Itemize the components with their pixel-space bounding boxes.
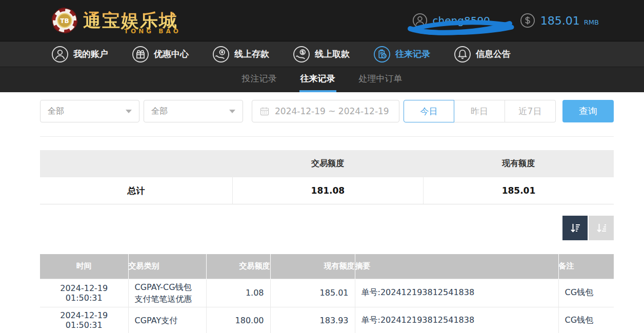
summary-header-balance: 现有额度 bbox=[423, 158, 614, 169]
summary-header-row: 交易额度 现有额度 bbox=[40, 150, 614, 177]
cell-summary: 单号:202412193812541838 bbox=[355, 279, 558, 307]
withdrawal-icon bbox=[293, 46, 310, 63]
section-divider bbox=[40, 136, 614, 137]
deposit-icon bbox=[212, 46, 230, 63]
account-icon bbox=[51, 46, 69, 63]
chevron-down-icon bbox=[126, 110, 132, 113]
main-navigation: 我的账户 优惠中心 线上存款 线上取款 bbox=[0, 41, 644, 67]
transactions-table: 时间 交易类别 交易额度 现有额度 摘要 备注 2024-12-19 01:50… bbox=[40, 254, 614, 333]
header-summary: 摘要 bbox=[355, 254, 558, 279]
summary-total-transaction: 181.08 bbox=[232, 177, 423, 204]
chevron-down-icon bbox=[229, 110, 235, 113]
summary-total-balance: 185.01 bbox=[423, 177, 614, 204]
cell-type: CGPAY-CG钱包支付笔笔送优惠 bbox=[128, 279, 206, 307]
last7days-button[interactable]: 近7日 bbox=[505, 100, 556, 122]
records-icon bbox=[373, 46, 391, 63]
date-range-input[interactable]: 2024-12-19 ~ 2024-12-19 bbox=[252, 100, 399, 122]
nav-item-online-deposit[interactable]: 线上存款 bbox=[212, 46, 269, 63]
cell-amount: 1.08 bbox=[206, 279, 270, 307]
sort-controls bbox=[40, 216, 614, 240]
top-header-bar: TB 通宝娱乐城 TONG BAO cheng8590 bbox=[0, 0, 644, 41]
username-text: cheng8590 bbox=[433, 14, 490, 27]
nav-item-promotions[interactable]: 优惠中心 bbox=[132, 46, 189, 63]
record-tabs: 投注记录 往来记录 处理中订单 bbox=[0, 67, 644, 92]
table-row: 2024-12-19 01:50:31 CGPAY支付 180.00 183.9… bbox=[40, 307, 614, 333]
gift-icon bbox=[132, 46, 149, 63]
search-button[interactable]: 查询 bbox=[562, 100, 614, 122]
balance-amount: 185.01 bbox=[540, 14, 580, 27]
cell-note: CG钱包 bbox=[558, 279, 614, 307]
user-avatar-icon bbox=[412, 13, 428, 28]
svg-text:TB: TB bbox=[60, 17, 69, 25]
filter-row: 全部 全部 2024-12-19 ~ 2024-12-19 今日 昨日 近7日 … bbox=[40, 100, 614, 122]
nav-item-transaction-records[interactable]: 往来记录 bbox=[373, 46, 430, 63]
quick-date-group: 今日 昨日 近7日 bbox=[404, 100, 556, 122]
header-amount: 交易额度 bbox=[206, 254, 270, 279]
site-subtitle: TONG BAO bbox=[124, 28, 181, 35]
user-account-block[interactable]: cheng8590 bbox=[412, 13, 490, 28]
cell-note: CG钱包 bbox=[558, 307, 614, 333]
nav-item-my-account[interactable]: 我的账户 bbox=[51, 46, 108, 63]
table-row: 2024-12-19 01:50:31 CGPAY-CG钱包支付笔笔送优惠 1.… bbox=[40, 279, 614, 307]
sort-ascending-icon bbox=[595, 222, 608, 234]
tab-processing-orders[interactable]: 处理中订单 bbox=[358, 67, 404, 92]
cell-time: 2024-12-19 01:50:31 bbox=[40, 279, 128, 307]
cell-time: 2024-12-19 01:50:31 bbox=[40, 307, 128, 333]
cell-summary: 单号:202412193812541838 bbox=[355, 307, 558, 333]
sort-descending-icon bbox=[569, 222, 581, 234]
cell-balance: 185.01 bbox=[270, 279, 355, 307]
type-select[interactable]: 全部 bbox=[40, 100, 139, 122]
category-select[interactable]: 全部 bbox=[144, 100, 243, 122]
today-button[interactable]: 今日 bbox=[404, 100, 454, 122]
poker-chip-logo-icon: TB bbox=[51, 7, 78, 34]
balance-currency: RMB bbox=[584, 15, 599, 26]
content-area: 全部 全部 2024-12-19 ~ 2024-12-19 今日 昨日 近7日 … bbox=[40, 100, 614, 333]
summary-total-row: 总计 181.08 185.01 bbox=[40, 177, 614, 204]
yesterday-button[interactable]: 昨日 bbox=[454, 100, 505, 122]
cell-type: CGPAY支付 bbox=[128, 307, 206, 333]
summary-table: 交易额度 现有额度 总计 181.08 185.01 bbox=[40, 150, 614, 204]
table-header-row: 时间 交易类别 交易额度 现有额度 摘要 备注 bbox=[40, 254, 614, 279]
dollar-coin-icon bbox=[520, 13, 535, 28]
site-logo[interactable]: TB 通宝娱乐城 TONG BAO bbox=[51, 7, 181, 34]
nav-item-announcements[interactable]: 信息公告 bbox=[454, 46, 511, 63]
nav-item-online-withdrawal[interactable]: 线上取款 bbox=[293, 46, 350, 63]
date-range-value: 2024-12-19 ~ 2024-12-19 bbox=[275, 106, 389, 116]
cell-amount: 180.00 bbox=[206, 307, 270, 333]
tab-transaction-records[interactable]: 往来记录 bbox=[299, 67, 336, 92]
summary-header-transaction: 交易额度 bbox=[232, 158, 423, 169]
header-note: 备注 bbox=[558, 254, 614, 279]
calendar-icon bbox=[259, 106, 270, 116]
header-balance: 现有额度 bbox=[270, 254, 355, 279]
summary-total-label: 总计 bbox=[40, 177, 232, 204]
tab-betting-records[interactable]: 投注记录 bbox=[241, 67, 278, 92]
sort-descending-button[interactable] bbox=[562, 216, 588, 240]
header-type: 交易类别 bbox=[128, 254, 206, 279]
header-time: 时间 bbox=[40, 254, 128, 279]
balance-block[interactable]: 185.01 RMB bbox=[520, 13, 599, 28]
bell-icon bbox=[454, 46, 471, 63]
sort-ascending-button[interactable] bbox=[589, 216, 614, 240]
cell-balance: 183.93 bbox=[270, 307, 355, 333]
